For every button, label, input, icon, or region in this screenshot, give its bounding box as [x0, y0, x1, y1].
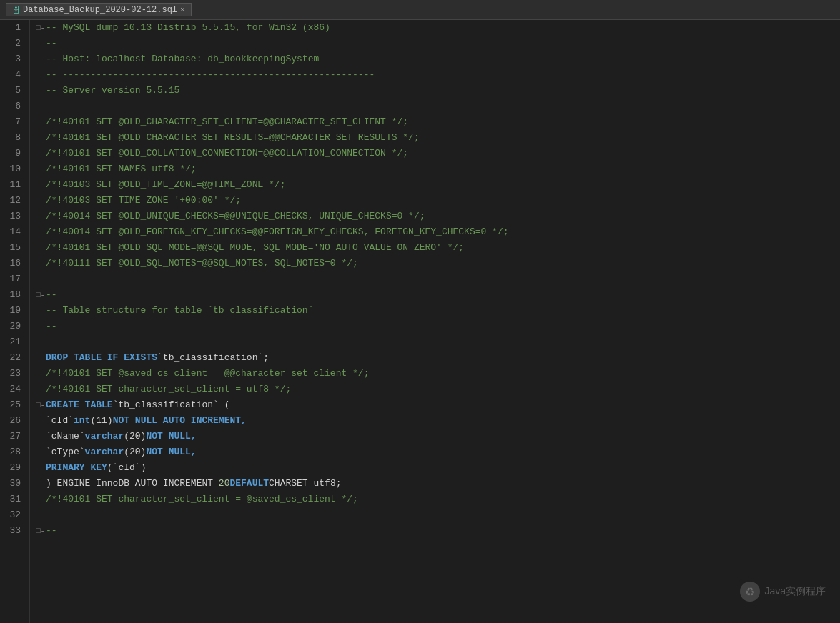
code-line: --	[36, 36, 840, 51]
line-number: 17	[6, 271, 21, 287]
code-token: /*!40101 SET @OLD_COLLATION_CONNECTION=@…	[46, 146, 408, 161]
code-token: --	[46, 319, 57, 334]
line-number: 16	[6, 256, 21, 271]
code-token: /*!40014 SET @OLD_FOREIGN_KEY_CHECKS=@@F…	[46, 224, 509, 240]
line-number: 27	[6, 429, 21, 444]
file-tab[interactable]: 🗄 Database_Backup_2020-02-12.sql ×	[6, 3, 192, 16]
code-token: DEFAULT	[229, 476, 269, 492]
code-token: /*!40101 SET @saved_cs_client = @@charac…	[46, 366, 369, 382]
line-number: 13	[6, 209, 21, 224]
line-number: 32	[6, 507, 21, 523]
title-bar: 🗄 Database_Backup_2020-02-12.sql ×	[0, 0, 840, 20]
line-number: 3	[6, 51, 21, 67]
code-token: ) ENGINE=InnoDB AUTO_INCREMENT=	[46, 476, 219, 492]
code-area[interactable]: □--- MySQL dump 10.13 Distrib 5.5.15, fo…	[30, 20, 840, 623]
code-token: -- Server version 5.5.15	[46, 83, 179, 99]
line-number: 11	[6, 177, 21, 193]
code-line: □---	[36, 287, 840, 303]
line-number: 6	[6, 99, 21, 114]
code-token: PRIMARY KEY	[46, 460, 107, 476]
code-line: `cName` varchar(20) NOT NULL,	[36, 429, 840, 444]
code-token: /*!40101 SET NAMES utf8 */;	[46, 161, 197, 177]
code-token: /*!40103 SET TIME_ZONE='+00:00' */;	[46, 193, 241, 209]
fold-marker[interactable]: □-	[36, 287, 44, 303]
code-line: -- Host: localhost Database: db_bookkeep…	[36, 51, 840, 67]
line-number: 18	[6, 287, 21, 303]
code-line: /*!40111 SET @OLD_SQL_NOTES=@@SQL_NOTES,…	[36, 256, 840, 271]
code-line: `cId` int(11) NOT NULL AUTO_INCREMENT,	[36, 413, 840, 429]
code-line: --	[36, 319, 840, 334]
db-icon: 🗄	[12, 6, 20, 15]
line-number: 29	[6, 460, 21, 476]
code-token: (20)	[124, 444, 146, 460]
line-number: 33	[6, 523, 21, 539]
line-number: 4	[6, 67, 21, 83]
code-token: (`cId`)	[107, 460, 147, 476]
code-token: /*!40101 SET @OLD_SQL_MODE=@@SQL_MODE, S…	[46, 240, 464, 256]
code-token: /*!40101 SET @OLD_CHARACTER_SET_RESULTS=…	[46, 130, 420, 146]
line-number: 14	[6, 224, 21, 240]
code-token: DROP TABLE IF EXISTS	[46, 350, 157, 366]
code-line: `cType` varchar(20) NOT NULL,	[36, 444, 840, 460]
code-line	[36, 507, 840, 523]
line-number: 25	[6, 397, 21, 413]
code-token: CHARSET=utf8;	[269, 476, 341, 492]
code-token: /*!40101 SET character_set_client = utf8…	[46, 382, 291, 397]
code-line: /*!40101 SET @OLD_SQL_MODE=@@SQL_MODE, S…	[36, 240, 840, 256]
code-line: /*!40101 SET character_set_client = @sav…	[36, 492, 840, 507]
code-line: -- Table structure for table `tb_classif…	[36, 303, 840, 319]
code-line: /*!40101 SET NAMES utf8 */;	[36, 161, 840, 177]
line-number: 9	[6, 146, 21, 161]
line-number: 31	[6, 492, 21, 507]
code-token: /*!40101 SET @OLD_CHARACTER_SET_CLIENT=@…	[46, 114, 408, 130]
fold-marker[interactable]: □-	[36, 523, 44, 539]
code-token: --	[46, 36, 57, 51]
code-line: /*!40101 SET @OLD_CHARACTER_SET_RESULTS=…	[36, 130, 840, 146]
line-number: 8	[6, 130, 21, 146]
tab-close-button[interactable]: ×	[180, 6, 185, 14]
code-token: int	[74, 413, 90, 429]
code-line: /*!40101 SET character_set_client = utf8…	[36, 382, 840, 397]
line-number: 10	[6, 161, 21, 177]
code-token: CREATE TABLE	[46, 397, 113, 413]
line-number: 22	[6, 350, 21, 366]
code-token: `cId`	[46, 413, 74, 429]
code-line: /*!40014 SET @OLD_FOREIGN_KEY_CHECKS=@@F…	[36, 224, 840, 240]
code-token: varchar	[85, 444, 124, 460]
code-line: /*!40014 SET @OLD_UNIQUE_CHECKS=@@UNIQUE…	[36, 209, 840, 224]
code-line: □-CREATE TABLE `tb_classification` (	[36, 397, 840, 413]
code-token: varchar	[85, 429, 124, 444]
code-line: □--- MySQL dump 10.13 Distrib 5.5.15, fo…	[36, 20, 840, 36]
line-number: 23	[6, 366, 21, 382]
tab-label: Database_Backup_2020-02-12.sql	[23, 5, 177, 15]
line-number: 30	[6, 476, 21, 492]
code-token: /*!40111 SET @OLD_SQL_NOTES=@@SQL_NOTES,…	[46, 256, 358, 271]
code-token: `tb_classification` (	[113, 397, 230, 413]
line-number: 28	[6, 444, 21, 460]
line-number: 1	[6, 20, 21, 36]
code-token: -- MySQL dump 10.13 Distrib 5.5.15, for …	[46, 20, 330, 36]
code-token: `cType`	[46, 444, 85, 460]
code-token: --	[46, 287, 57, 303]
code-token: NOT NULL AUTO_INCREMENT,	[113, 413, 247, 429]
line-numbers: 1234567891011121314151617181920212223242…	[0, 20, 30, 623]
code-token: (20)	[124, 429, 146, 444]
code-token: /*!40103 SET @OLD_TIME_ZONE=@@TIME_ZONE …	[46, 177, 285, 193]
code-token: 20	[219, 476, 230, 492]
line-number: 21	[6, 334, 21, 350]
fold-marker[interactable]: □-	[36, 20, 44, 36]
code-line: DROP TABLE IF EXISTS `tb_classification`…	[36, 350, 840, 366]
code-token: /*!40101 SET character_set_client = @sav…	[46, 492, 358, 507]
code-token: -- Host: localhost Database: db_bookkeep…	[46, 51, 319, 67]
code-token: (11)	[90, 413, 112, 429]
line-number: 19	[6, 303, 21, 319]
code-line: -- -------------------------------------…	[36, 67, 840, 83]
line-number: 26	[6, 413, 21, 429]
line-number: 20	[6, 319, 21, 334]
code-line: /*!40101 SET @saved_cs_client = @@charac…	[36, 366, 840, 382]
fold-marker[interactable]: □-	[36, 397, 44, 413]
line-number: 7	[6, 114, 21, 130]
code-token: -- -------------------------------------…	[46, 67, 375, 83]
code-line: ) ENGINE=InnoDB AUTO_INCREMENT=20 DEFAUL…	[36, 476, 840, 492]
line-number: 2	[6, 36, 21, 51]
